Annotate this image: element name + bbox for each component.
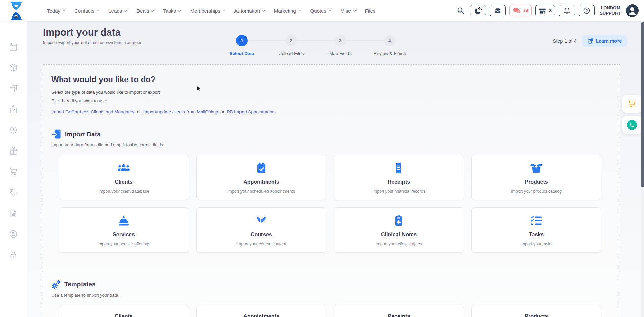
templates-section: Templates Use a template to import your … <box>51 279 610 317</box>
cart-orange-icon <box>628 100 636 108</box>
card-desc: Import your product catalog <box>476 189 596 194</box>
chat-count-badge: 14 <box>523 8 529 13</box>
page-header: Import your data Import / Export your da… <box>27 21 644 64</box>
chat-button[interactable]: 14 <box>509 5 532 16</box>
chevron-down-icon <box>222 10 226 12</box>
nav-label: Marketing <box>274 8 296 14</box>
receipt-icon <box>392 162 405 174</box>
topbar-actions: 14 8 ? LONDON SUPPORT <box>457 4 639 17</box>
chevron-down-icon <box>178 10 181 12</box>
template-card-products[interactable]: Products <box>471 305 601 317</box>
whatsapp-widget[interactable] <box>622 116 642 134</box>
import-card-courses[interactable]: Courses Import your course content <box>196 207 326 253</box>
step-circle-1[interactable]: 1 <box>236 35 248 46</box>
card-name: Tasks <box>476 232 596 238</box>
sidebar-item-reports[interactable] <box>9 209 18 218</box>
step-circle-3[interactable]: 3 <box>335 35 346 46</box>
account-name[interactable]: LONDON SUPPORT <box>600 5 621 16</box>
step-circle-2[interactable]: 2 <box>285 35 297 46</box>
intro-heading: What would you like to do? <box>51 75 610 84</box>
sidebar-item-packages[interactable] <box>9 63 18 72</box>
link-mailchimp[interactable]: Import/update clients from MailChimp <box>143 109 218 114</box>
help-button[interactable]: ? <box>579 5 595 16</box>
card-name: Services <box>64 232 184 238</box>
nav-item-quotes[interactable]: Quotes <box>310 8 332 14</box>
nav-label: Automation <box>234 8 260 14</box>
chevron-down-icon <box>298 10 302 12</box>
intro-subheading: Select the type of data you would like t… <box>51 90 610 95</box>
page-title: Import your data <box>43 27 141 38</box>
step-circle-4[interactable]: 4 <box>384 35 395 46</box>
import-card-clients[interactable]: Clients Import your client database <box>59 155 189 200</box>
sidebar-item-history[interactable] <box>9 126 18 135</box>
nav-item-contacts[interactable]: Contacts <box>74 8 100 14</box>
nav-item-misc[interactable]: Misc <box>340 8 356 14</box>
nav-item-deals[interactable]: Deals <box>136 8 154 14</box>
link-gocardless[interactable]: Import GoCardless Clients and Mandates <box>51 109 135 114</box>
cart-widget[interactable] <box>622 95 642 113</box>
card-desc: Import your course content <box>201 242 321 246</box>
import-card-clinical-notes[interactable]: Clinical Notes Import your clinical note… <box>334 207 464 253</box>
templates-subtitle: Use a template to import your data <box>51 293 610 298</box>
inbox-button[interactable] <box>490 5 506 16</box>
spa-leaf-icon <box>255 215 268 227</box>
nav-label: Today <box>47 8 60 14</box>
app-logo-hourglass[interactable] <box>8 1 25 21</box>
card-name: Appointments <box>201 313 321 317</box>
account-name-line1: LONDON <box>600 5 621 11</box>
cart-icon <box>9 167 18 176</box>
external-link-icon <box>588 38 593 44</box>
svg-text:12: 12 <box>12 47 15 50</box>
scrollbar-track[interactable] <box>641 21 644 317</box>
nav-item-automation[interactable]: Automation <box>234 8 265 14</box>
intro-section: What would you like to do? Select the ty… <box>51 75 610 114</box>
sidebar-item-copy[interactable] <box>9 84 18 93</box>
avatar[interactable] <box>626 4 639 17</box>
template-card-clients[interactable]: Clients <box>59 305 189 317</box>
concierge-bell-icon <box>117 215 130 227</box>
nav-item-memberships[interactable]: Memberships <box>190 8 226 14</box>
user-icon <box>626 4 639 17</box>
nav-item-today[interactable]: Today <box>47 8 66 14</box>
import-data-section: Import Data Import your data from a file… <box>51 129 610 253</box>
bell-icon <box>563 7 571 14</box>
learn-more-button[interactable]: Learn more <box>582 35 627 47</box>
store-button[interactable]: 8 <box>535 5 555 16</box>
card-desc: Import your scheduled appointments <box>201 189 321 194</box>
card-name: Products <box>476 179 596 185</box>
sidebar-item-calendar[interactable]: 12 <box>9 43 18 51</box>
phone-button[interactable] <box>470 5 486 16</box>
nav-label: Tasks <box>163 8 176 14</box>
nav-label: Memberships <box>190 8 220 14</box>
link-pb-import[interactable]: PB Import Appointments <box>227 109 276 114</box>
sidebar-item-security[interactable] <box>9 251 18 259</box>
card-desc: Import your tasks <box>476 242 596 246</box>
nav-item-tasks[interactable]: Tasks <box>163 8 181 14</box>
sidebar-item-account[interactable] <box>9 230 18 239</box>
template-card-appointments[interactable]: Appointments <box>196 305 326 317</box>
or-separator: or <box>220 109 224 114</box>
search-button[interactable] <box>457 7 464 14</box>
intro-click-here: Click here if you want to use: <box>51 98 610 103</box>
nav-label: Contacts <box>74 8 94 14</box>
template-card-receipts[interactable]: Receipts <box>334 305 464 317</box>
nav-item-files[interactable]: Files <box>365 8 376 14</box>
import-card-receipts[interactable]: Receipts Import your financial records <box>334 155 464 200</box>
sidebar-item-gifts[interactable] <box>9 147 18 155</box>
import-card-services[interactable]: Services Import your service offerings <box>59 207 189 253</box>
nav-item-leads[interactable]: Leads <box>108 8 127 14</box>
sidebar-item-orders[interactable] <box>9 105 18 114</box>
nav-item-marketing[interactable]: Marketing <box>274 8 302 14</box>
step-label-review-finish: Review & Finish <box>363 51 417 56</box>
import-card-appointments[interactable]: Appointments Import your scheduled appoi… <box>196 155 326 200</box>
sidebar-item-cart[interactable] <box>9 167 18 176</box>
sidebar-item-pricing[interactable]: $ <box>9 188 18 197</box>
import-card-tasks[interactable]: Tasks Import your tasks <box>471 207 601 253</box>
users-icon <box>117 162 130 174</box>
notifications-button[interactable] <box>559 5 575 16</box>
scrollbar-thumb[interactable] <box>641 22 644 187</box>
import-card-products[interactable]: Products Import your product catalog <box>471 155 601 200</box>
card-name: Receipts <box>339 313 459 317</box>
chevron-down-icon <box>124 10 127 12</box>
learn-more-label: Learn more <box>596 38 622 44</box>
